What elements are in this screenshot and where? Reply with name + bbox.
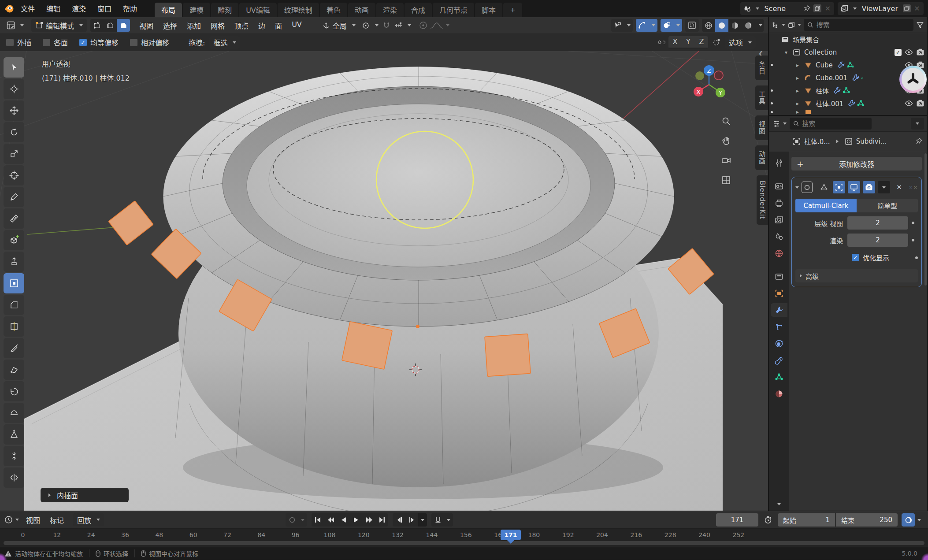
tab-world[interactable] [771,246,787,260]
tab-render[interactable] [771,179,787,193]
property-value-field[interactable]: 2 [847,234,908,247]
snap-toggle[interactable] [381,19,392,32]
panel-expand-icon[interactable] [795,186,799,189]
remove-viewlayer-icon[interactable]: ✕ [913,4,921,12]
tab-object[interactable] [771,286,787,300]
jump-to-end-button[interactable] [375,513,388,527]
cursor-tool[interactable] [4,79,24,99]
playback-dropdown[interactable]: 回放 [73,513,104,526]
properties-editor-type-button[interactable] [772,120,787,128]
auto-keying-toggle[interactable] [286,513,298,527]
camera-render-icon[interactable] [916,48,924,56]
show-realtime-toggle[interactable] [848,181,860,193]
pin-icon[interactable] [803,4,811,12]
subdivision-type-tab[interactable]: 简单型 [857,199,918,212]
playback-sync-mode-button[interactable] [902,513,915,527]
pin-icon[interactable] [915,137,923,145]
pan-button[interactable] [719,134,734,148]
properties-search[interactable] [790,118,872,130]
disclosure-icon[interactable] [796,75,803,81]
optimal-display-checkbox[interactable]: ✓ [852,254,859,261]
properties-scrollbar[interactable] [924,153,927,286]
show-in-editmode-cage-toggle[interactable] [818,181,830,193]
play-reverse-button[interactable] [337,513,350,527]
modifier-extras-dropdown[interactable] [878,181,890,193]
workspace-tab[interactable]: + [503,3,522,17]
disclosure-icon[interactable] [796,62,803,68]
workspace-tab[interactable]: 布局 [155,3,182,17]
add-cube-tool[interactable] [4,230,24,250]
workspace-tab[interactable]: 着色 [320,3,347,17]
properties-search-input[interactable] [802,120,868,128]
wireframe-shading-button[interactable] [702,19,715,32]
navigation-gizmo[interactable]: Z Y X [689,64,729,105]
tab-modifiers[interactable] [771,303,787,317]
edge-select-button[interactable] [104,19,117,32]
outliner-search-input[interactable] [817,21,910,29]
start-frame-field[interactable]: 起始 1 [778,513,835,527]
vertex-select-button[interactable] [90,19,104,32]
play-button[interactable] [350,513,363,527]
workspace-tab[interactable]: 脚本 [475,3,502,17]
disclosure-icon[interactable] [796,88,803,94]
camera-view-button[interactable] [719,153,734,168]
sync-dropdown[interactable] [444,513,453,527]
playhead[interactable]: 171 [501,530,521,540]
spin-tool[interactable] [4,381,24,401]
stopwatch-icon[interactable] [762,514,774,526]
tab-tool[interactable] [771,156,787,170]
mirror-axis-button[interactable]: X [668,36,682,48]
viewport-menu[interactable]: 选择 [158,20,182,31]
tab-particles[interactable] [771,320,787,334]
workspace-tab[interactable]: 渲染 [376,3,404,17]
rip-region-tool[interactable] [4,467,24,488]
outliner-row-partial[interactable] [769,110,927,114]
timeline-scrollbar[interactable] [4,541,924,545]
timeline-ruler[interactable]: 0122436486072849610812013214415616818019… [0,529,928,547]
timeline-menu[interactable]: 视图 [21,515,45,525]
viewport-menu[interactable]: 添加 [182,20,206,31]
sidebar-tab[interactable]: BlenderKit [757,175,768,225]
previous-keyframe-button[interactable] [324,513,337,527]
next-keyframe-button[interactable] [363,513,375,527]
tab-data[interactable] [771,370,787,384]
scene-selector[interactable]: Scene ✕ [740,2,834,15]
animate-dot[interactable] [908,239,918,241]
toggle-orthographic-button[interactable] [719,173,734,188]
transform-tool[interactable] [4,165,24,185]
loop-cut-tool[interactable] [4,316,24,337]
subdivision-type-tab[interactable]: Catmull-Clark [795,199,857,212]
strip-overflow-icon[interactable] [777,503,781,505]
sidebar-tab[interactable]: 条目 [755,56,768,80]
scale-tool[interactable] [4,144,24,164]
knife-tool[interactable] [4,338,24,358]
outliner-row[interactable]: 场景集合 ✓ [769,33,927,46]
timeline-editor-type-button[interactable] [4,516,19,524]
tab-constraints[interactable] [771,353,787,367]
3d-viewport[interactable]: 用户透视 (171) 柱体.010 | 柱体.012 [0,51,768,511]
tab-material[interactable] [771,387,787,401]
property-value-field[interactable]: 2 [847,216,908,230]
shading-dropdown[interactable] [755,19,764,32]
blenderkit-logo[interactable] [899,66,927,93]
inset-faces-tool[interactable] [4,273,24,293]
viewport-menu[interactable]: 面 [270,20,287,31]
proportional-editing-toggle[interactable] [417,19,430,32]
smooth-tool[interactable] [4,403,24,423]
playback-sync-icon[interactable] [431,513,444,527]
poly-build-tool[interactable] [4,360,24,380]
exclude-checkbox[interactable]: ✓ [895,49,902,56]
rendered-shading-button[interactable] [742,19,755,32]
outliner-search[interactable] [804,19,913,31]
shrink-fatten-tool[interactable] [4,446,24,466]
blender-logo-icon[interactable] [4,3,15,14]
tab-output[interactable] [771,196,787,210]
edge-slide-tool[interactable] [4,424,24,445]
workspace-tab[interactable]: 合成 [405,3,432,17]
topbar-menu[interactable]: 帮助 [117,0,143,17]
drag-handle-icon[interactable]: ⁙⁙ [909,185,918,190]
outliner-row[interactable]: Collection ✓ [769,46,927,59]
new-viewlayer-icon[interactable] [903,4,911,12]
outliner-editor-type-button[interactable] [772,21,785,29]
viewport-menu[interactable]: UV [287,20,307,31]
